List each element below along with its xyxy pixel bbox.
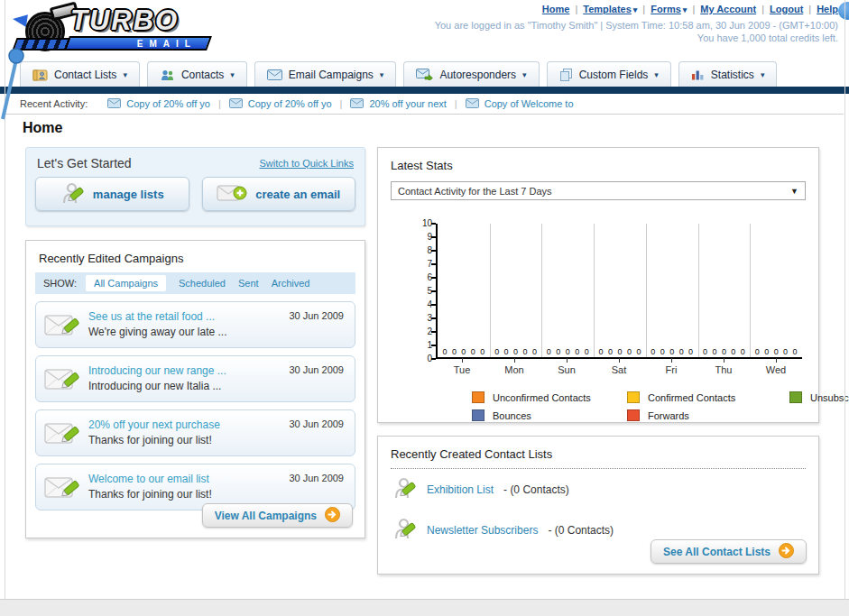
data-label: 0	[471, 347, 475, 356]
legend-label: Bounces	[493, 410, 531, 421]
autoresponder-icon	[416, 69, 433, 80]
activity-separator: |	[340, 98, 343, 109]
person-pencil-icon	[392, 516, 417, 544]
y-axis-tick-mark	[431, 250, 436, 252]
nav-separator: |	[761, 4, 764, 14]
chevron-down-icon: ▾	[761, 70, 765, 79]
recent-activity-link[interactable]: Copy of 20% off yo	[126, 98, 210, 109]
recent-activity-link[interactable]: 20% off your next	[369, 98, 446, 109]
top-nav-link-forms[interactable]: Forms	[651, 4, 681, 14]
view-all-campaigns-button[interactable]: View All Campaigns	[202, 503, 353, 528]
tab-autoresponders[interactable]: Autoresponders▾	[403, 61, 539, 87]
top-nav-link-templates[interactable]: Templates	[583, 4, 632, 14]
legend-item-unconfirmed-contacts: Unconfirmed Contacts	[472, 391, 627, 403]
data-label: 0	[703, 347, 707, 356]
data-label: 0	[617, 347, 622, 356]
x-axis-tick-label: Tue	[436, 361, 488, 375]
tab-label: Autoresponders	[439, 69, 516, 81]
session-info: You are logged in as "Timothy Smith" | S…	[435, 19, 838, 32]
top-nav-link-help[interactable]: Help	[817, 4, 838, 14]
app-logo[interactable]: TURBO EMAIL	[11, 3, 218, 55]
activity-separator: |	[455, 98, 457, 109]
legend-swatch	[627, 391, 640, 403]
recently-edited-campaigns-panel: Recently Edited Campaigns SHOW: All Camp…	[25, 240, 365, 538]
arrow-circle-icon	[325, 507, 340, 525]
data-label: 0	[608, 347, 613, 356]
y-axis-tick-mark	[431, 277, 436, 279]
campaign-filter-scheduled[interactable]: Scheduled	[179, 278, 226, 289]
data-label: 0	[627, 347, 632, 356]
envelope-icon	[107, 98, 121, 110]
main-content: Home Let's Get Started Switch to Quick L…	[5, 115, 844, 598]
campaign-filter-sent[interactable]: Sent	[238, 278, 259, 289]
y-axis-tick-label: 0	[411, 354, 432, 363]
campaign-item[interactable]: Introducing our new range ...Introducing…	[35, 355, 355, 402]
logo-email-banner: EMAIL	[64, 36, 212, 51]
create-email-button[interactable]: create an email	[202, 177, 356, 211]
y-axis-tick-label: 10	[411, 218, 432, 228]
y-axis-tick-mark	[431, 331, 436, 333]
x-axis-tick-mark	[514, 358, 515, 363]
manage-lists-button[interactable]: manage lists	[35, 177, 189, 211]
chevron-down-icon: ▾	[522, 70, 527, 79]
help-bubble-icon[interactable]	[838, 2, 849, 20]
switch-to-quick-links-link[interactable]: Switch to Quick Links	[259, 158, 354, 169]
x-axis-tick-label: Wed	[750, 361, 802, 375]
recent-activity-link[interactable]: Copy of Welcome to	[484, 98, 574, 109]
turbo-email-dashboard: TURBO EMAIL Home|Templates▾|Forms▾|My Ac…	[0, 0, 849, 616]
pin-needle-icon	[0, 45, 29, 121]
stats-range-select[interactable]: Contact Activity for the Last 7 Days ▼	[391, 181, 806, 200]
chart-bar-group: 00000	[750, 345, 802, 356]
navy-divider-bar	[0, 87, 849, 94]
tab-contacts[interactable]: Contacts▾	[147, 61, 247, 87]
data-label: 0	[504, 347, 509, 356]
tab-statistics[interactable]: Statistics▾	[678, 61, 778, 87]
envelope-plus-icon	[217, 183, 247, 206]
data-label: 0	[566, 347, 570, 356]
person-pencil-icon	[392, 475, 417, 503]
chart-bar-group: 00000	[438, 345, 490, 356]
data-label: 0	[442, 347, 447, 356]
x-axis-tick-label: Mon	[488, 361, 540, 375]
campaign-item[interactable]: See us at the retail food ...We're givin…	[35, 301, 355, 348]
contact-lists-panel-title: Recently Created Contact Lists	[378, 437, 818, 468]
data-label: 0	[585, 347, 589, 356]
campaign-filter-archived[interactable]: Archived	[272, 278, 310, 289]
y-axis-tick-label: 7	[411, 259, 432, 269]
top-nav-link-my-account[interactable]: My Account	[700, 4, 756, 14]
person-pencil-icon	[60, 180, 85, 207]
see-all-contact-lists-button[interactable]: See All Contact Lists	[651, 539, 807, 564]
gridline	[594, 224, 595, 357]
campaign-date: 30 Jun 2009	[289, 364, 344, 375]
top-nav-link-logout[interactable]: Logout	[770, 4, 803, 14]
chevron-down-icon: ▾	[380, 70, 384, 79]
data-label: 0	[679, 347, 684, 356]
data-label: 0	[764, 347, 769, 356]
data-label: 0	[755, 347, 760, 356]
gridline	[646, 224, 647, 357]
campaign-filter-all-campaigns[interactable]: All Campaigns	[86, 275, 166, 291]
contact-list-link[interactable]: Newsletter Subscribers	[427, 524, 538, 537]
legend-swatch	[627, 409, 640, 421]
legend-item-bounces: Bounces	[472, 409, 627, 421]
chart-legend: Unconfirmed ContactsConfirmed ContactsUn…	[472, 391, 809, 421]
top-nav: Home|Templates▾|Forms▾|My Account|Logout…	[435, 4, 838, 14]
y-axis-tick-label: 1	[411, 340, 432, 350]
tab-custom-fields[interactable]: Custom Fields▾	[547, 61, 671, 87]
tab-email-campaigns[interactable]: Email Campaigns▾	[254, 61, 397, 87]
tab-contact-lists[interactable]: Contact Lists▾	[20, 61, 140, 87]
chevron-down-icon: ▼	[790, 187, 798, 196]
recent-activity-link[interactable]: Copy of 20% off yo	[248, 98, 332, 109]
statistics-icon	[691, 69, 705, 80]
data-label: 0	[452, 347, 457, 356]
chart-plot: 0123456789100000000000000000000000000000…	[436, 224, 802, 359]
campaign-date: 30 Jun 2009	[289, 418, 344, 429]
gridline	[541, 224, 542, 357]
campaign-item[interactable]: 20% off your next purchaseThanks for joi…	[35, 409, 355, 456]
footer-strip	[0, 599, 849, 616]
y-axis-tick-label: 4	[411, 299, 432, 309]
recent-activity-item: Copy of 20% off yo	[229, 98, 332, 110]
contact-list-link[interactable]: Exhibition List	[427, 483, 494, 496]
top-nav-link-home[interactable]: Home	[542, 4, 570, 14]
data-label: 0	[523, 347, 528, 356]
